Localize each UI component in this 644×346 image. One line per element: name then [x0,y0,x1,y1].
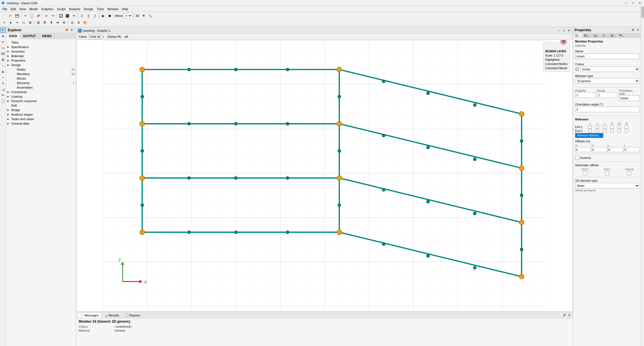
tree-item[interactable]: ▶Tasks and cases [6,117,76,121]
messages-tab-messages[interactable]: 📄 Messages [78,313,101,318]
prop-close-button[interactable]: ✕ [636,28,640,32]
annotation-button[interactable]: A [76,19,82,26]
release-stiffness-button[interactable]: Release stiffness... [575,133,603,138]
left-icon-line[interactable]: ━ [0,39,6,45]
end1-yy-checkbox[interactable] [618,125,621,129]
prop-tab-la[interactable]: La... [592,33,601,38]
menu-item-design[interactable]: Design [82,7,95,11]
tree-item[interactable]: ▶General data [6,121,76,126]
end2-zz-checkbox[interactable] [625,129,628,132]
offset-x2-input[interactable] [591,147,607,152]
cases-select[interactable]: none [89,34,101,39]
prop-tab-di[interactable]: Di... [609,33,618,38]
explorer-tab-views[interactable]: VIEWS [39,33,55,39]
messages-pin-button[interactable]: 📌 [562,313,566,318]
area-button[interactable]: ▭ [21,19,27,26]
menu-item-file[interactable]: File [1,7,9,11]
explorer-tab-data[interactable]: DATA [6,33,20,39]
orientation-node-input[interactable] [619,95,640,101]
elem-type-select[interactable]: Beam [575,183,640,188]
end1-xx-checkbox[interactable] [610,125,614,129]
sigma-button[interactable]: Σ [79,13,85,19]
tree-item[interactable]: Members24 [6,72,76,76]
left-icon-design[interactable]: ✏ [0,92,6,98]
tree-item[interactable]: ▶Properties [6,58,76,63]
save-button[interactable]: 💾 [14,13,20,19]
left-icon-node[interactable]: ● [0,33,6,39]
property-input[interactable] [575,92,596,98]
open-button[interactable]: 📂 [8,13,14,19]
stop-button[interactable]: ⏹ [107,13,113,19]
tree-item[interactable]: ▶Bridge [6,108,76,112]
graphic-minimize-button[interactable]: ─ [557,28,561,33]
node-button[interactable]: ● [8,19,14,26]
orientation-angle-input[interactable] [575,107,640,112]
tree-item[interactable]: Assemblies [6,85,76,90]
paste-button[interactable]: 📌 [35,13,41,19]
end2-x-checkbox[interactable] [588,129,592,132]
close-button[interactable]: ✕ [637,1,643,5]
offset-y-input[interactable] [608,147,623,152]
menu-item-analysis[interactable]: Analysis [67,7,82,11]
explorer-pin-button[interactable]: 📌 [64,28,69,32]
end2-xx-checkbox[interactable] [610,129,614,132]
prop-tab-c[interactable]: C... [601,33,609,38]
minimize-button[interactable]: ─ [623,1,629,5]
move-dropdown[interactable]: ▾ [124,13,132,19]
end2-yy-checkbox[interactable] [618,129,621,132]
extrude-button[interactable]: ⬆ [48,19,54,26]
auto-end2-checkbox[interactable] [605,171,609,175]
end1-zz-checkbox[interactable] [625,125,628,129]
redo-button[interactable]: ↪ [50,13,56,19]
colour-select[interactable]: (none) [580,66,640,72]
snap-button[interactable]: 🔲 [58,13,64,19]
tree-item[interactable]: ▶Design [6,63,76,67]
member-type-select[interactable]: 1D generic [575,78,640,84]
left-icon-results[interactable]: 📊 [0,86,6,92]
left-icon-spring[interactable]: ~ [0,75,6,80]
left-icon-area[interactable]: ▭ [0,45,6,51]
left-icon-mesh[interactable]: ⊞ [0,57,6,62]
mirror-button[interactable]: ⬅ [55,19,61,26]
messages-tab-results[interactable]: 📊 Results [102,313,122,318]
left-icon-3d[interactable]: 3D [0,51,6,57]
run-analysis-button[interactable]: ▶ [100,13,106,19]
tree-item[interactable]: ▶Analysis stages [6,112,76,117]
menu-item-edit[interactable]: Edit [9,7,18,11]
maximize-button[interactable]: □ [630,1,636,5]
prop-pin-button[interactable]: 📌 [631,28,635,32]
all-button[interactable]: |all [123,35,130,39]
menu-item-tools[interactable]: Tools [95,7,106,11]
end1-y-checkbox[interactable] [596,125,599,129]
graphic-close-button[interactable]: ✕ [567,28,571,33]
select-mode-button[interactable]: ↖ [1,19,7,26]
explorer-tab-output[interactable]: OUTPUT [20,33,39,39]
tree-item[interactable]: ▶Constraints [6,90,76,94]
menu-item-sculpt[interactable]: Sculpt [55,7,67,11]
end2-z-checkbox[interactable] [603,129,606,132]
tree-item[interactable]: ▶Geometry [6,49,76,54]
display-ms-button[interactable]: Display Ms [106,35,123,39]
left-icon-cursor[interactable]: ↖ [0,27,6,33]
member-button[interactable]: ━ [14,19,20,26]
messages-tab-reports[interactable]: 📋 Reports [122,313,143,318]
tree-item[interactable]: Raft [6,103,76,108]
tree-item[interactable]: Elements1 [6,81,76,85]
dummy-checkbox[interactable] [575,156,579,160]
display-button[interactable]: ◎ [69,19,75,26]
cut-button[interactable]: ✂ [22,13,28,19]
auto-internal-checkbox[interactable] [627,171,631,175]
menu-item-view[interactable]: View [18,7,28,11]
offset-z-input[interactable] [624,147,640,152]
tree-item[interactable]: ▶Dynamic response [6,99,76,103]
left-icon-analyze[interactable]: ≡ [0,80,6,86]
prop-tab-gr[interactable]: Gr... [573,33,582,38]
tree-item[interactable]: Blocks [6,76,76,81]
tree-item[interactable]: Nodes24 [6,67,76,72]
left-icon-report[interactable]: 📋 [0,98,6,104]
menu-item-model[interactable]: Model [28,7,39,11]
end1-z-checkbox[interactable] [603,125,606,129]
sum-button[interactable]: ∑ [85,13,92,19]
tree-item[interactable]: ▶Loading [6,94,76,99]
tree-item[interactable]: ▶Specification [6,45,76,49]
